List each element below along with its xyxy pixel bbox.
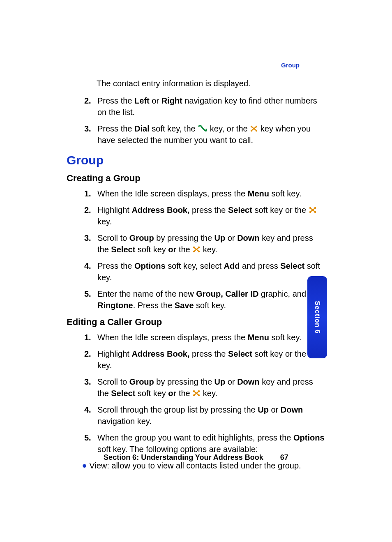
subheading-editing-group: Editing a Caller Group: [67, 317, 326, 328]
editing-step-list: 1.When the Idle screen displays, press t…: [84, 332, 326, 455]
page-footer: Section 6: Understanding Your Address Bo…: [0, 453, 392, 462]
bold-text: Up: [214, 233, 226, 242]
section-heading-group: Group: [67, 153, 326, 167]
list-item: 4.Scroll through the group list by press…: [84, 404, 326, 427]
step-number: 3.: [84, 123, 91, 134]
bold-text: or: [168, 389, 176, 398]
bold-text: Right: [161, 96, 182, 105]
bold-text: Select: [228, 205, 252, 214]
list-item: 3.Scroll to Group by pressing the Up or …: [84, 376, 326, 399]
bold-text: Down: [237, 233, 259, 242]
bold-text: Select: [111, 389, 135, 398]
x-key-icon: [250, 125, 258, 132]
list-item: 2.Highlight Address Book, press the Sele…: [84, 204, 326, 227]
list-item: 3.Scroll to Group by pressing the Up or …: [84, 232, 326, 255]
bold-text: Ringtone: [97, 301, 133, 310]
step-number: 4.: [84, 260, 91, 272]
list-item: 3.Press the Dial soft key, the key, or t…: [84, 123, 326, 146]
bold-text: Group, Caller ID: [196, 289, 258, 298]
bold-text: Left: [134, 96, 150, 105]
intro-text: The contact entry information is display…: [97, 78, 326, 89]
phone-icon: [198, 125, 208, 132]
top-step-list: 2.Press the Left or Right navigation key…: [84, 95, 326, 146]
bold-text: Address Book,: [131, 349, 189, 358]
subheading-creating-group: Creating a Group: [67, 173, 326, 184]
page-number: 67: [280, 453, 288, 461]
creating-step-list: 1.When the Idle screen displays, press t…: [84, 188, 326, 311]
bold-text: Options: [134, 261, 166, 270]
list-item: 2.Press the Left or Right navigation key…: [84, 95, 326, 118]
bold-text: Down: [281, 405, 303, 414]
step-number: 5.: [84, 288, 91, 300]
list-item: 5.Enter the name of the new Group, Calle…: [84, 288, 326, 311]
bold-text: Up: [258, 405, 269, 414]
running-header: Group: [281, 62, 300, 69]
x-key-icon: [192, 390, 201, 397]
step-number: 2.: [84, 95, 91, 106]
bold-text: Group: [129, 377, 154, 386]
bold-text: Up: [214, 377, 226, 386]
page-content: The contact entry information is display…: [66, 62, 326, 471]
bold-text: Down: [237, 377, 259, 386]
bold-text: Menu: [248, 189, 269, 198]
list-item: 2.Highlight Address Book, press the Sele…: [84, 348, 326, 371]
bold-text: Menu: [248, 333, 269, 342]
bold-text: Dial: [134, 124, 150, 133]
x-key-icon: [309, 206, 317, 214]
step-number: 3.: [84, 376, 91, 387]
step-number: 1.: [84, 332, 91, 343]
list-item: 1.When the Idle screen displays, press t…: [84, 332, 326, 343]
bold-text: Select: [228, 349, 252, 358]
section-tab-label: Section 6: [313, 301, 321, 334]
list-item: 5.When the group you want to edit highli…: [84, 432, 326, 455]
list-item: 4.Press the Options soft key, select Add…: [84, 260, 326, 283]
step-number: 5.: [84, 432, 91, 443]
step-number: 4.: [84, 404, 91, 415]
bullet-text: View: allow you to view all contacts lis…: [89, 461, 301, 470]
step-number: 1.: [84, 188, 91, 199]
list-item: 1.When the Idle screen displays, press t…: [84, 188, 326, 199]
bold-text: Select: [280, 261, 304, 270]
bold-text: Save: [175, 301, 194, 310]
bold-text: or: [168, 245, 176, 254]
bold-text: Options: [293, 433, 325, 442]
step-number: 2.: [84, 204, 91, 216]
bold-text: Select: [111, 245, 135, 254]
bold-text: Group: [129, 233, 154, 242]
step-number: 2.: [84, 348, 91, 360]
step-number: 3.: [84, 232, 91, 244]
bold-text: Add: [224, 261, 240, 270]
footer-section-title: Section 6: Understanding Your Address Bo…: [104, 453, 263, 461]
section-tab: Section 6: [307, 276, 327, 358]
bold-text: Address Book,: [131, 205, 189, 214]
x-key-icon: [192, 246, 201, 253]
